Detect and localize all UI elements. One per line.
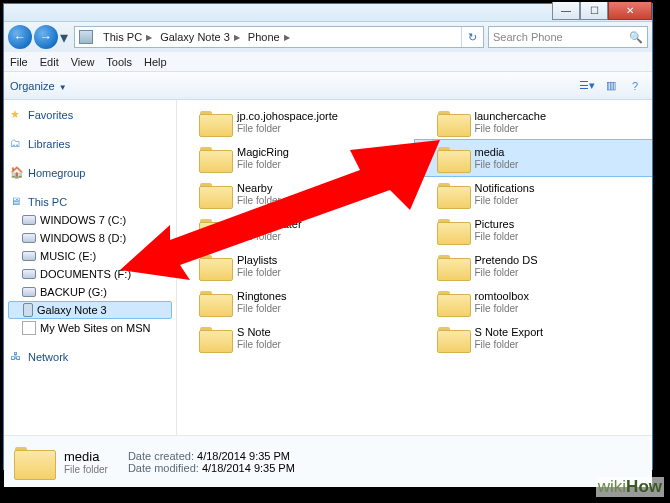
- menu-view[interactable]: View: [71, 56, 95, 68]
- folder-item[interactable]: PicturesFile folder: [415, 212, 653, 248]
- menu-file[interactable]: File: [10, 56, 28, 68]
- folder-item[interactable]: MagicRingFile folder: [177, 140, 415, 176]
- folder-icon: [199, 253, 231, 279]
- folder-icon: [437, 325, 469, 351]
- folder-icon: [437, 253, 469, 279]
- folder-icon: [199, 109, 231, 135]
- folder-item[interactable]: S Note ExportFile folder: [415, 320, 653, 356]
- nav-drive-c[interactable]: WINDOWS 7 (C:): [4, 211, 176, 229]
- nav-drive-f[interactable]: DOCUMENTS (F:): [4, 265, 176, 283]
- refresh-button[interactable]: ↻: [461, 27, 483, 47]
- forward-button[interactable]: →: [34, 25, 58, 49]
- address-bar[interactable]: This PC▶ Galaxy Note 3▶ Phone▶ ↻: [74, 26, 484, 48]
- close-button[interactable]: ✕: [608, 2, 652, 20]
- nav-favorites[interactable]: ★Favorites: [4, 106, 176, 124]
- maximize-button[interactable]: ☐: [580, 2, 608, 20]
- folder-item[interactable]: NearbyFile folder: [177, 176, 415, 212]
- organize-button[interactable]: Organize▼: [10, 80, 67, 92]
- folder-icon: [437, 217, 469, 243]
- nav-drive-e[interactable]: MUSIC (E:): [4, 247, 176, 265]
- nav-network[interactable]: 🖧Network: [4, 348, 176, 366]
- folder-icon: [14, 445, 54, 479]
- details-type: File folder: [64, 464, 108, 475]
- folder-item[interactable]: S NoteFile folder: [177, 320, 415, 356]
- folder-item[interactable]: OTA-UpdaterFile folder: [177, 212, 415, 248]
- command-bar: Organize▼ ☰▾ ▥ ?: [4, 72, 652, 100]
- search-box[interactable]: Search Phone 🔍: [488, 26, 648, 48]
- watermark: wikiHow: [596, 477, 664, 497]
- folder-icon: [199, 145, 231, 171]
- nav-msn[interactable]: My Web Sites on MSN: [4, 319, 176, 337]
- view-button[interactable]: ☰▾: [576, 76, 598, 96]
- explorer-window: — ☐ ✕ ← → ▾ This PC▶ Galaxy Note 3▶ Phon…: [3, 3, 653, 470]
- folder-item[interactable]: mediaFile folder: [415, 140, 653, 176]
- details-pane: media File folder Date created: 4/18/201…: [4, 435, 652, 487]
- file-list[interactable]: jp.co.johospace.jorteFile folderlauncher…: [177, 100, 652, 435]
- search-icon: 🔍: [629, 31, 643, 44]
- search-placeholder: Search Phone: [493, 31, 563, 43]
- menu-tools[interactable]: Tools: [106, 56, 132, 68]
- nav-row: ← → ▾ This PC▶ Galaxy Note 3▶ Phone▶ ↻ S…: [4, 22, 652, 52]
- folder-icon: [199, 217, 231, 243]
- nav-thispc[interactable]: 🖥This PC: [4, 193, 176, 211]
- folder-item[interactable]: romtoolboxFile folder: [415, 284, 653, 320]
- nav-drive-d[interactable]: WINDOWS 8 (D:): [4, 229, 176, 247]
- nav-drive-g[interactable]: BACKUP (G:): [4, 283, 176, 301]
- folder-icon: [199, 325, 231, 351]
- navigation-pane[interactable]: ★Favorites 🗂Libraries 🏠Homegroup 🖥This P…: [4, 100, 177, 435]
- crumb-device[interactable]: Galaxy Note 3▶: [154, 27, 242, 47]
- details-name: media: [64, 449, 108, 464]
- crumb-thispc[interactable]: This PC▶: [97, 27, 154, 47]
- folder-item[interactable]: Pretendo DSFile folder: [415, 248, 653, 284]
- folder-item[interactable]: jp.co.johospace.jorteFile folder: [177, 104, 415, 140]
- history-dropdown[interactable]: ▾: [60, 28, 70, 47]
- folder-icon: [437, 109, 469, 135]
- folder-item[interactable]: NotificationsFile folder: [415, 176, 653, 212]
- folder-icon: [437, 145, 469, 171]
- preview-pane-button[interactable]: ▥: [600, 76, 622, 96]
- folder-icon: [199, 181, 231, 207]
- folder-item[interactable]: launchercacheFile folder: [415, 104, 653, 140]
- help-button[interactable]: ?: [624, 76, 646, 96]
- folder-item[interactable]: PlaylistsFile folder: [177, 248, 415, 284]
- pc-icon: [79, 30, 93, 44]
- folder-icon: [199, 289, 231, 315]
- crumb-phone[interactable]: Phone▶: [242, 27, 292, 47]
- menu-help[interactable]: Help: [144, 56, 167, 68]
- minimize-button[interactable]: —: [552, 2, 580, 20]
- folder-icon: [437, 181, 469, 207]
- menu-edit[interactable]: Edit: [40, 56, 59, 68]
- folder-item[interactable]: RingtonesFile folder: [177, 284, 415, 320]
- title-bar[interactable]: — ☐ ✕: [4, 4, 652, 22]
- nav-libraries[interactable]: 🗂Libraries: [4, 135, 176, 153]
- back-button[interactable]: ←: [8, 25, 32, 49]
- menu-bar: File Edit View Tools Help: [4, 52, 652, 72]
- nav-phone[interactable]: Galaxy Note 3: [8, 301, 172, 319]
- folder-icon: [437, 289, 469, 315]
- nav-homegroup[interactable]: 🏠Homegroup: [4, 164, 176, 182]
